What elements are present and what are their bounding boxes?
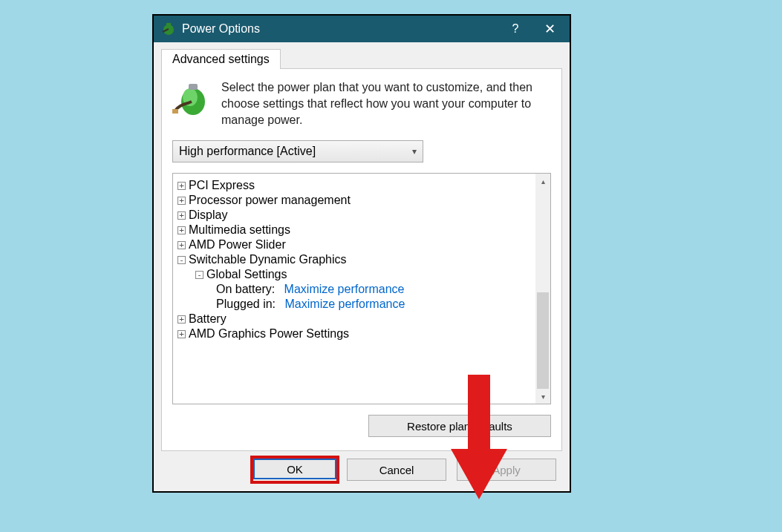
chevron-down-icon: ▾: [412, 146, 417, 157]
intro-block: Select the power plan that you want to c…: [172, 79, 551, 128]
scroll-down-button[interactable]: ▾: [535, 389, 550, 404]
tree-item-amd-graphics-power[interactable]: +AMD Graphics Power Settings: [177, 326, 531, 341]
svg-rect-1: [166, 23, 171, 25]
svg-rect-4: [189, 84, 198, 90]
expand-icon[interactable]: +: [177, 182, 186, 190]
expand-icon[interactable]: +: [177, 315, 186, 324]
settings-tree[interactable]: +PCI Express +Processor power management…: [172, 173, 551, 404]
on-battery-value[interactable]: Maximize performance: [284, 283, 405, 296]
tree-item-global-settings[interactable]: -Global Settings: [177, 267, 531, 282]
tree-content: +PCI Express +Processor power management…: [173, 174, 535, 404]
close-button[interactable]: ✕: [532, 16, 567, 42]
expand-icon[interactable]: +: [177, 330, 186, 338]
tree-item-battery[interactable]: +Battery: [177, 312, 531, 326]
tree-item-pci-express[interactable]: +PCI Express: [177, 178, 531, 193]
power-options-window: Power Options ? ✕ Advanced settings Sele…: [152, 14, 571, 493]
tree-item-multimedia[interactable]: +Multimedia settings: [177, 223, 531, 237]
collapse-icon[interactable]: -: [177, 256, 186, 264]
scroll-thumb[interactable]: [537, 292, 549, 389]
power-plan-selected: High performance [Active]: [179, 145, 316, 158]
tabstrip: Advanced settings: [161, 48, 562, 69]
help-button[interactable]: ?: [498, 16, 532, 42]
restore-defaults-button[interactable]: Restore plan defaults: [368, 415, 551, 437]
collapse-icon[interactable]: -: [195, 271, 203, 279]
plugged-in-label: Plugged in:: [216, 298, 276, 311]
power-plan-icon: [172, 79, 211, 128]
window-title: Power Options: [182, 22, 498, 36]
tree-item-switchable-graphics[interactable]: -Switchable Dynamic Graphics: [177, 252, 531, 267]
ok-button[interactable]: OK: [253, 459, 336, 479]
titlebar[interactable]: Power Options ? ✕: [154, 16, 570, 42]
tree-item-display[interactable]: +Display: [177, 208, 531, 223]
cancel-button[interactable]: Cancel: [347, 459, 446, 481]
power-plan-select[interactable]: High performance [Active] ▾: [172, 140, 423, 162]
svg-rect-5: [172, 109, 178, 114]
expand-icon[interactable]: +: [177, 226, 186, 234]
restore-row: Restore plan defaults: [172, 415, 551, 437]
button-bar: OK Cancel Apply: [161, 451, 562, 484]
scroll-up-button[interactable]: ▴: [535, 174, 550, 188]
vertical-scrollbar[interactable]: ▴ ▾: [535, 174, 550, 404]
tree-item-plugged-in[interactable]: Plugged in: Maximize performance: [177, 297, 531, 312]
client-area: Advanced settings Select the power plan …: [154, 42, 570, 491]
tree-item-processor-power[interactable]: +Processor power management: [177, 193, 531, 208]
tab-panel: Select the power plan that you want to c…: [161, 69, 562, 451]
apply-button[interactable]: Apply: [457, 459, 556, 481]
ok-highlight: OK: [253, 459, 336, 481]
expand-icon[interactable]: +: [177, 241, 186, 249]
on-battery-label: On battery:: [216, 283, 275, 296]
tab-advanced-settings[interactable]: Advanced settings: [161, 49, 281, 69]
battery-icon: [161, 22, 176, 36]
expand-icon[interactable]: +: [177, 211, 186, 220]
tree-item-on-battery[interactable]: On battery: Maximize performance: [177, 282, 531, 297]
tree-item-amd-power-slider[interactable]: +AMD Power Slider: [177, 237, 531, 252]
expand-icon[interactable]: +: [177, 197, 186, 205]
plugged-in-value[interactable]: Maximize performance: [285, 298, 405, 311]
intro-text: Select the power plan that you want to c…: [221, 79, 551, 128]
